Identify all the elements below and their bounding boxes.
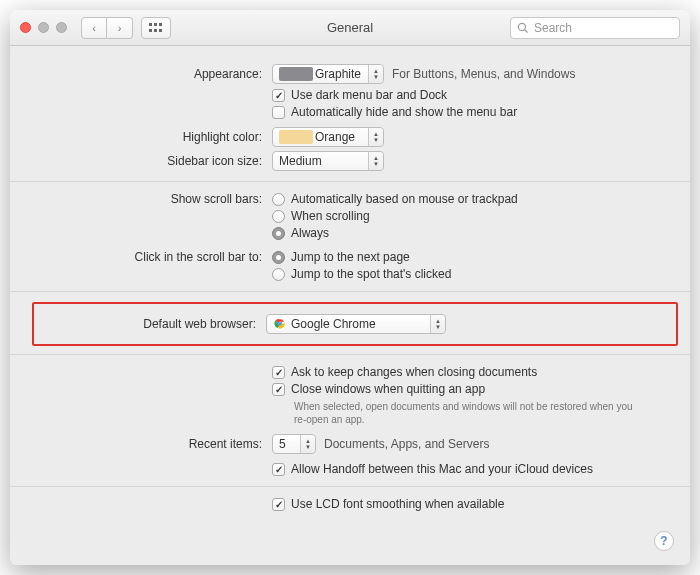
scrollclick-nextpage-radio[interactable]: Jump to the next page xyxy=(272,250,410,264)
highlighted-region: Default web browser: Google Chrome ▲▼ xyxy=(32,302,678,346)
svg-rect-0 xyxy=(149,23,152,26)
autohide-menu-label: Automatically hide and show the menu bar xyxy=(291,105,517,119)
recent-items-suffix: Documents, Apps, and Servers xyxy=(324,437,489,451)
scrollclick-nextpage-label: Jump to the next page xyxy=(291,250,410,264)
highlight-label: Highlight color: xyxy=(40,130,272,144)
scrollclick-label: Click in the scroll bar to: xyxy=(40,250,272,264)
minimize-window-icon[interactable] xyxy=(38,22,49,33)
chevron-updown-icon: ▲▼ xyxy=(300,435,315,453)
ask-keep-changes-label: Ask to keep changes when closing documen… xyxy=(291,365,537,379)
highlight-select[interactable]: Orange ▲▼ xyxy=(272,127,384,147)
scroll-auto-radio[interactable]: Automatically based on mouse or trackpad xyxy=(272,192,518,206)
close-windows-label: Close windows when quitting an app xyxy=(291,382,485,396)
separator xyxy=(10,354,690,355)
appearance-swatch xyxy=(279,67,313,81)
chevron-updown-icon: ▲▼ xyxy=(368,152,383,170)
separator xyxy=(10,486,690,487)
svg-rect-1 xyxy=(154,23,157,26)
handoff-label: Allow Handoff between this Mac and your … xyxy=(291,462,593,476)
scrollclick-spot-radio[interactable]: Jump to the spot that's clicked xyxy=(272,267,451,281)
svg-rect-5 xyxy=(159,29,162,32)
scrollbars-label: Show scroll bars: xyxy=(40,192,272,206)
help-button[interactable]: ? xyxy=(654,531,674,551)
autohide-menu-checkbox[interactable]: Automatically hide and show the menu bar xyxy=(272,105,517,119)
default-browser-select[interactable]: Google Chrome ▲▼ xyxy=(266,314,446,334)
chrome-icon xyxy=(273,317,287,331)
window-controls xyxy=(20,22,67,33)
lcd-smoothing-label: Use LCD font smoothing when available xyxy=(291,497,504,511)
sidebar-size-value: Medium xyxy=(279,154,322,168)
svg-rect-3 xyxy=(149,29,152,32)
grid-icon xyxy=(149,23,163,33)
close-windows-subtext: When selected, open documents and window… xyxy=(294,401,634,426)
zoom-window-icon[interactable] xyxy=(56,22,67,33)
help-icon: ? xyxy=(660,534,667,548)
appearance-value: Graphite xyxy=(315,67,361,81)
appearance-label: Appearance: xyxy=(40,67,272,81)
sidebar-size-label: Sidebar icon size: xyxy=(40,154,272,168)
content-area: Appearance: Graphite ▲▼ For Buttons, Men… xyxy=(10,46,690,525)
recent-items-value: 5 xyxy=(279,437,286,451)
show-all-button[interactable] xyxy=(141,17,171,39)
scroll-whenscrolling-label: When scrolling xyxy=(291,209,370,223)
forward-button[interactable]: › xyxy=(107,17,133,39)
chevron-updown-icon: ▲▼ xyxy=(368,128,383,146)
back-button[interactable]: ‹ xyxy=(81,17,107,39)
highlight-value: Orange xyxy=(315,130,355,144)
dark-menu-label: Use dark menu bar and Dock xyxy=(291,88,447,102)
scrollclick-spot-label: Jump to the spot that's clicked xyxy=(291,267,451,281)
scroll-whenscrolling-radio[interactable]: When scrolling xyxy=(272,209,370,223)
browser-label: Default web browser: xyxy=(40,317,266,331)
search-field[interactable]: Search xyxy=(510,17,680,39)
sidebar-size-select[interactable]: Medium ▲▼ xyxy=(272,151,384,171)
appearance-select[interactable]: Graphite ▲▼ xyxy=(272,64,384,84)
search-icon xyxy=(517,22,529,34)
chevron-updown-icon: ▲▼ xyxy=(368,65,383,83)
separator xyxy=(10,181,690,182)
nav-back-forward: ‹ › xyxy=(81,17,133,39)
ask-keep-changes-checkbox[interactable]: Ask to keep changes when closing documen… xyxy=(272,365,537,379)
recent-items-label: Recent items: xyxy=(40,437,272,451)
svg-point-9 xyxy=(279,323,281,325)
close-window-icon[interactable] xyxy=(20,22,31,33)
svg-rect-2 xyxy=(159,23,162,26)
titlebar: ‹ › General Search xyxy=(10,10,690,46)
search-placeholder: Search xyxy=(534,21,572,35)
recent-items-select[interactable]: 5 ▲▼ xyxy=(272,434,316,454)
handoff-checkbox[interactable]: Allow Handoff between this Mac and your … xyxy=(272,462,593,476)
dark-menu-checkbox[interactable]: Use dark menu bar and Dock xyxy=(272,88,447,102)
lcd-smoothing-checkbox[interactable]: Use LCD font smoothing when available xyxy=(272,497,504,511)
scroll-auto-label: Automatically based on mouse or trackpad xyxy=(291,192,518,206)
scroll-always-label: Always xyxy=(291,226,329,240)
separator xyxy=(10,291,690,292)
browser-value: Google Chrome xyxy=(291,317,376,331)
appearance-hint: For Buttons, Menus, and Windows xyxy=(392,67,575,81)
svg-rect-4 xyxy=(154,29,157,32)
scroll-always-radio[interactable]: Always xyxy=(272,226,329,240)
close-windows-checkbox[interactable]: Close windows when quitting an app xyxy=(272,382,485,396)
chevron-updown-icon: ▲▼ xyxy=(430,315,445,333)
highlight-swatch xyxy=(279,130,313,144)
preferences-window: ‹ › General Search Appearance: Graphite … xyxy=(10,10,690,565)
